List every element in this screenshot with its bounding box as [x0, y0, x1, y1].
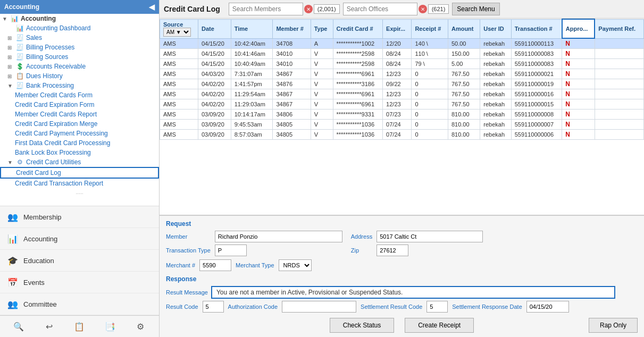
expander-icon: ⊞: [7, 35, 15, 41]
sidebar-item-bank-processing[interactable]: ▼🧾Bank Processing: [0, 81, 159, 90]
table-cell: ***********6961: [333, 99, 383, 109]
source-filter-select[interactable]: AM ▼AMSALL: [163, 28, 191, 37]
transaction-type-field[interactable]: [215, 245, 247, 256]
sidebar-item-credit-card-expiration-form[interactable]: Credit Card Expiration Form: [0, 100, 159, 109]
sidebar-item-credit-card-transaction-report[interactable]: Credit Card Transaction Report: [0, 179, 159, 188]
table-cell: 559110000007: [511, 120, 562, 130]
clear-offices-button[interactable]: ✕: [419, 5, 427, 13]
sidebar-item-accounting-root[interactable]: ▼ 📊 Accounting: [0, 14, 159, 23]
address-field[interactable]: [377, 231, 483, 242]
zip-field[interactable]: [377, 245, 408, 256]
search-menu-button[interactable]: Search Menu: [452, 3, 499, 15]
sidebar-item-sales[interactable]: ⊞🧾Sales: [0, 33, 159, 43]
sidebar-item-accounts-receivable[interactable]: ⊞💲Accounts Receivable: [0, 62, 159, 71]
credit-card-utilities-icon: ⚙: [15, 158, 24, 166]
member-field[interactable]: [215, 231, 342, 242]
table-cell: V: [311, 69, 333, 79]
col-receipt: Receipt #: [412, 19, 448, 38]
footer-list-icon[interactable]: 📋: [72, 319, 87, 334]
rap-only-button[interactable]: Rap Only: [589, 318, 638, 333]
table-row[interactable]: AMS04/15/2010:40:49am34010V***********25…: [160, 59, 644, 69]
result-code-field[interactable]: [203, 301, 224, 313]
nav-item-accounting[interactable]: 📊 Accounting: [0, 228, 159, 250]
sidebar-item-billing-sources[interactable]: ⊞🧾Billing Sources: [0, 52, 159, 62]
settlement-response-label: Settlement Response Date: [452, 304, 522, 310]
table-cell: 11:29:03am: [231, 99, 273, 109]
create-receipt-button[interactable]: Create Receipt: [405, 318, 474, 333]
sidebar-item-billing-processes[interactable]: ⊞🧾Billing Processes: [0, 43, 159, 52]
table-cell: 79 \: [412, 59, 448, 69]
result-message-label: Result Message: [166, 289, 208, 296]
sidebar-item-credit-card-payment-processing[interactable]: Credit Card Payment Processing: [0, 129, 159, 138]
clear-members-button[interactable]: ✕: [304, 5, 313, 13]
nav-item-events[interactable]: 📅 Events: [0, 272, 159, 293]
footer-search-icon[interactable]: 🔍: [11, 319, 26, 334]
table-row[interactable]: AMS03/09/208:57:03am34805V***********103…: [160, 130, 644, 140]
table-cell: 559110000019: [511, 79, 562, 89]
table-cell: [595, 130, 643, 140]
settlement-result-field[interactable]: [426, 301, 448, 313]
table-row[interactable]: AMS03/09/2010:14:17am34806V***********93…: [160, 109, 644, 120]
sidebar-item-credit-card-log[interactable]: Credit Card Log: [0, 167, 159, 179]
col-member: Member #: [273, 19, 311, 38]
table-row[interactable]: AMS03/09/209:45:53am34805V***********103…: [160, 120, 644, 130]
table-cell: 0: [412, 99, 448, 109]
table-row[interactable]: AMS04/02/2011:29:03am34867V***********69…: [160, 99, 644, 109]
table-cell: 34805: [273, 120, 311, 130]
members-count-badge: (2,001): [314, 4, 340, 14]
sidebar-item-credit-card-expiration-merge[interactable]: Credit Card Expiration Merge: [0, 119, 159, 129]
sidebar-collapse-button[interactable]: ◀: [149, 3, 155, 11]
table-cell: 140 \: [412, 38, 448, 49]
merchant-type-select[interactable]: NRDS VISA MC: [279, 259, 312, 271]
table-row[interactable]: AMS04/02/2011:29:54am34867V***********69…: [160, 89, 644, 99]
sidebar-item-member-credit-cards-form[interactable]: Member Credit Cards Form: [0, 90, 159, 100]
footer-back-icon[interactable]: ↩: [41, 319, 56, 334]
auth-code-field[interactable]: [282, 301, 356, 313]
table-cell: rebekah: [480, 99, 511, 109]
table-cell: rebekah: [480, 49, 511, 59]
table-row[interactable]: AMS04/15/2010:42:40am34708A***********10…: [160, 38, 644, 49]
table-cell: N: [562, 89, 595, 99]
search-members-input[interactable]: [229, 3, 303, 15]
table-cell: 12/23: [383, 89, 412, 99]
check-status-button[interactable]: Check Status: [330, 318, 394, 333]
nav-item-education[interactable]: 🎓 Education: [0, 250, 159, 272]
col-time: Time: [231, 19, 273, 38]
footer-report-icon[interactable]: 📑: [103, 319, 118, 334]
committee-icon: 👥: [6, 298, 19, 310]
table-cell: 34806: [273, 109, 311, 120]
table-cell: V: [311, 109, 333, 120]
search-offices-input[interactable]: [343, 3, 417, 15]
table-cell: AMS: [160, 59, 198, 69]
table-row[interactable]: AMS04/03/207:31:07am34867V***********696…: [160, 69, 644, 79]
table-cell: [595, 38, 643, 49]
table-cell: 10:14:17am: [231, 109, 273, 120]
sidebar-item-bank-lock-box[interactable]: Bank Lock Box Processing: [0, 148, 159, 157]
table-cell: N: [562, 69, 595, 79]
nav-item-membership[interactable]: 👥 Membership: [0, 206, 159, 228]
nav-item-committee[interactable]: 👥 Committee: [0, 293, 159, 315]
accounting-icon: 📊: [10, 15, 19, 22]
table-row[interactable]: AMS04/02/201:41:57pm34876V***********318…: [160, 79, 644, 89]
table-row[interactable]: AMS04/15/2010:41:46am34010V***********25…: [160, 49, 644, 59]
table-cell: V: [311, 99, 333, 109]
settlement-response-date-field[interactable]: [526, 301, 569, 313]
sidebar-item-dashboard[interactable]: 📊Accounting Dashboard: [0, 23, 159, 33]
expander-icon: ⊞: [7, 64, 15, 70]
sidebar-nav: 👥 Membership 📊 Accounting 🎓 Education 📅 …: [0, 206, 159, 315]
member-label: Member: [166, 233, 211, 240]
sidebar-item-credit-card-utilities[interactable]: ▼⚙Credit Card Utilities: [0, 157, 159, 167]
table-cell: 04/02/20: [198, 99, 231, 109]
merchant-field[interactable]: [199, 259, 231, 271]
table-cell: 03/09/20: [198, 109, 231, 120]
sidebar-item-member-credit-cards-report[interactable]: Member Credit Cards Report: [0, 109, 159, 119]
table-cell: 110 \: [412, 49, 448, 59]
footer-settings-icon[interactable]: ⚙: [133, 319, 148, 334]
table-cell: 07/23: [383, 109, 412, 120]
auth-code-label: Authorization Code: [228, 304, 278, 310]
sidebar-item-dues-history[interactable]: ⊞📋Dues History: [0, 71, 159, 81]
sidebar-item-first-data-credit-card[interactable]: First Data Credit Card Processing: [0, 138, 159, 148]
table-cell: 767.50: [448, 99, 480, 109]
table-cell: ***********6961: [333, 69, 383, 79]
table-cell: rebekah: [480, 120, 511, 130]
